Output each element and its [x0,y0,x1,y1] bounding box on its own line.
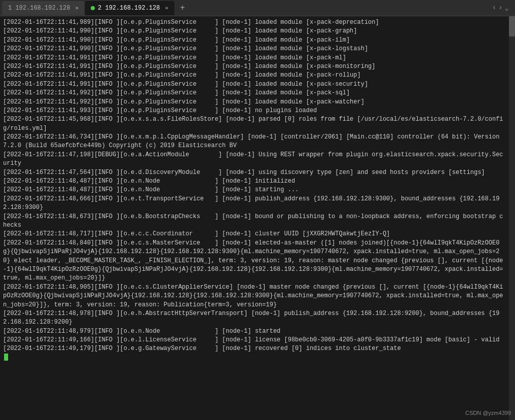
nav-forward-icon[interactable]: › [498,4,502,12]
log-line: [2022-01-16T22:11:47,198][DEBUG][o.e.a.A… [3,151,506,168]
watermark: CSDN @yzm4399 [465,410,511,416]
log-line: [2022-01-16T22:11:41,991][INFO ][o.e.p.P… [3,71,506,80]
log-line: [2022-01-16T22:11:48,978][INFO ][o.e.h.A… [3,309,506,327]
log-line: [2022-01-16T22:11:48,979][INFO ][o.e.n.N… [3,327,506,336]
scrollbar-thumb[interactable] [509,16,515,37]
log-line: [2022-01-16T22:11:41,992][INFO ][o.e.p.P… [3,98,506,107]
log-line: [2022-01-16T22:11:48,905][INFO ][o.e.c.s… [3,283,506,309]
tab-1-close[interactable]: ✕ [75,5,79,11]
log-line: [2022-01-16T22:11:48,666][INFO ][o.e.t.T… [3,195,506,213]
log-line: [2022-01-16T22:11:41,990][INFO ][o.e.p.P… [3,45,506,53]
log-line: [2022-01-16T22:11:48,717][INFO ][o.e.c.c… [3,230,506,238]
cursor-line [3,354,506,361]
log-line: [2022-01-16T22:11:48,487][INFO ][o.e.n.N… [3,186,506,194]
log-line: [2022-01-16T22:11:49,179][INFO ][o.e.g.G… [3,344,506,353]
log-line: [2022-01-16T22:11:48,673][INFO ][o.e.b.B… [3,213,506,230]
log-line: [2022-01-16T22:11:41,990][INFO ][o.e.p.P… [3,36,506,45]
log-line: [2022-01-16T22:11:41,991][INFO ][o.e.p.P… [3,80,506,89]
log-line: [2022-01-16T22:11:46,734][INFO ][o.e.x.m… [3,133,506,151]
log-line: [2022-01-16T22:11:41,991][INFO ][o.e.p.P… [3,54,506,62]
tab-1-label: 1 192.168.192.128 [8,5,70,12]
log-line: [2022-01-16T22:11:47,564][INFO ][o.e.d.D… [3,168,506,177]
tab-2-close[interactable]: ✕ [165,5,168,11]
log-line: [2022-01-16T22:11:45,968][INFO ][o.e.x.s… [3,115,506,133]
nav-menu-icon[interactable]: ⌄ [505,4,509,12]
log-line: [2022-01-16T22:11:48,487][INFO ][o.e.n.N… [3,177,506,186]
terminal-cursor [4,354,8,361]
log-line: [2022-01-16T22:11:41,991][INFO ][o.e.p.P… [3,62,506,71]
tab-1[interactable]: 1 192.168.192.128 ✕ [2,1,85,15]
log-container[interactable]: [2022-01-16T22:11:41,989][INFO ][o.e.p.P… [3,18,512,418]
tab-bar: 1 192.168.192.128 ✕ 2 192.168.192.128 ✕ … [0,0,515,16]
terminal-content: [2022-01-16T22:11:41,989][INFO ][o.e.p.P… [0,16,515,420]
nav-arrows: ‹ › ⌄ [492,4,513,12]
terminal-window: 1 192.168.192.128 ✕ 2 192.168.192.128 ✕ … [0,0,515,420]
tab-2-label: 2 192.168.192.128 [98,5,160,12]
add-tab-button[interactable]: + [176,2,189,14]
scrollbar-track[interactable] [509,16,515,420]
log-line: [2022-01-16T22:11:41,990][INFO ][o.e.p.P… [3,27,506,36]
tab-2-dot [91,6,95,10]
log-line: [2022-01-16T22:11:41,992][INFO ][o.e.p.P… [3,89,506,97]
nav-back-icon[interactable]: ‹ [492,4,496,12]
log-line: [2022-01-16T22:11:41,993][INFO ][o.e.p.P… [3,107,506,115]
tab-2[interactable]: 2 192.168.192.128 ✕ [85,1,174,15]
log-line: [2022-01-16T22:11:41,989][INFO ][o.e.p.P… [3,18,506,27]
log-line: [2022-01-16T22:11:48,840][INFO ][o.e.c.s… [3,239,506,283]
log-line: [2022-01-16T22:11:49,166][INFO ][o.e.l.L… [3,336,506,344]
